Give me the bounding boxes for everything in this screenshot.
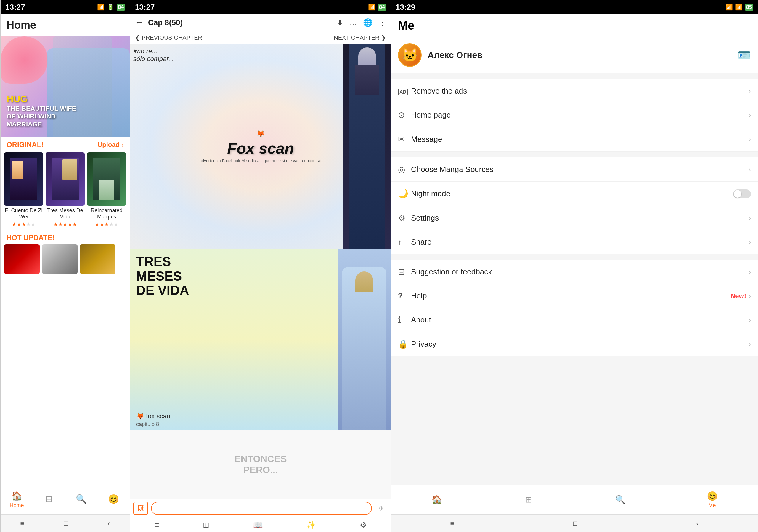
signal-reader-icon: 📶 — [368, 4, 375, 11]
fox-scan-logo: 🦊 Fox scan advertencia Facebook Me odia … — [199, 130, 322, 163]
menu-privacy[interactable]: 🔒 Privacy › — [391, 332, 758, 356]
image-button[interactable]: 🖼 — [133, 502, 148, 515]
night-mode-icon: 🌙 — [398, 189, 411, 199]
manga-thumb-3[interactable] — [87, 152, 126, 206]
upload-area[interactable]: Upload › — [97, 141, 124, 149]
manga-thumb-2[interactable] — [46, 152, 85, 206]
android-back-btn[interactable]: ‹ — [108, 519, 110, 528]
download-icon[interactable]: ⬇ — [337, 18, 343, 27]
divider-1 — [391, 73, 758, 76]
banner-text: HUG THE BEAUTIFUL WIFEOF WHIRLWINDMARRIA… — [7, 93, 76, 128]
android-me-menu-btn[interactable]: ≡ — [450, 519, 455, 528]
menu-about[interactable]: ℹ About › — [391, 308, 758, 332]
wifi-me-icon: 📶 — [735, 4, 742, 11]
me-header: Me — [391, 14, 758, 37]
android-home-btn[interactable]: □ — [64, 519, 68, 528]
me-nav-library[interactable]: ⊞ — [483, 485, 574, 514]
me-nav-home[interactable]: 🏠 — [391, 485, 483, 514]
menu-night-mode[interactable]: 🌙 Night mode — [391, 182, 758, 206]
settings-arrow: › — [748, 214, 751, 222]
more-icon[interactable]: ⋮ — [378, 18, 386, 27]
menu-feedback[interactable]: ⊟ Suggestion or feedback › — [391, 260, 758, 284]
me-nav-search[interactable]: 🔍 — [574, 485, 666, 514]
menu-reader-icon[interactable]: ≡ — [155, 520, 159, 530]
time-me: 13:29 — [396, 3, 415, 12]
upload-label[interactable]: Upload — [97, 141, 120, 149]
profile-left: 🐱 Алекс Огнев — [398, 43, 483, 67]
homepage-icon: ⊙ — [398, 110, 411, 120]
night-mode-label: Night mode — [411, 189, 733, 198]
reader-content[interactable]: ♥no re...sólo compar... 🦊 Fox scan adver… — [130, 45, 391, 499]
manga-stars-1: ★★★★★ — [12, 221, 36, 228]
back-button[interactable]: ← — [135, 18, 143, 27]
menu-help[interactable]: ? Help New! › — [391, 284, 758, 308]
menu-remove-ads[interactable]: AD Remove the ads › — [391, 79, 758, 103]
status-bar-home: 13:27 📶 🔋 84 — [1, 0, 130, 14]
chapter-nav: ❮ PREVIOUS CHAPTER NEXT CHAPTER ❯ — [130, 31, 391, 45]
chapters-icon[interactable]: ⊞ — [203, 520, 209, 530]
reader-action-icons: ⬇ … 🌐 ⋮ — [337, 18, 386, 27]
comment-input[interactable] — [151, 502, 372, 515]
homepage-label: Home page — [411, 111, 748, 119]
home-header: Home — [1, 14, 130, 36]
manga-thumb-1[interactable] — [4, 152, 43, 206]
home-banner[interactable]: HUG THE BEAUTIFUL WIFEOF WHIRLWINDMARRIA… — [1, 36, 130, 137]
android-me-back-btn[interactable]: ‹ — [696, 519, 699, 528]
menu-share[interactable]: ↑ Share › — [391, 230, 758, 254]
tres-meses-text: TRESMESESDE VIDA — [136, 254, 189, 298]
prev-chapter-btn[interactable]: ❮ PREVIOUS CHAPTER — [135, 34, 202, 41]
settings-reader-icon[interactable]: ⚙ — [360, 520, 366, 530]
android-me-home-btn[interactable]: □ — [573, 519, 578, 528]
status-icons-me: 📶 📶 85 — [725, 4, 753, 11]
menu-settings[interactable]: ⚙ Settings › — [391, 206, 758, 230]
status-bar-reader: 13:27 📶 84 — [130, 0, 391, 14]
bookmark-icon[interactable]: 📖 — [253, 520, 263, 530]
manga-card-2[interactable]: Tres Meses De Vida ★★★★★ — [46, 152, 85, 228]
night-mode-toggle[interactable] — [733, 189, 751, 198]
hot-thumb-2[interactable] — [42, 244, 78, 274]
me-nav-me[interactable]: 😊 Me — [666, 485, 758, 514]
tres-meses-title: TRESMESESDE VIDA — [136, 254, 189, 298]
translate-icon[interactable]: 🌐 — [363, 18, 372, 27]
menu-homepage[interactable]: ⊙ Home page › — [391, 103, 758, 127]
about-arrow: › — [748, 316, 751, 324]
home-nav-label: Home — [10, 502, 24, 509]
profile-edit-icon[interactable]: 🪪 — [738, 49, 751, 61]
home-bottom-nav: 🏠 Home ⊞ 🔍 😊 — [1, 484, 130, 514]
feedback-arrow: › — [748, 268, 751, 276]
battery-reader-icon: 84 — [378, 4, 386, 11]
original-label: ORIGINAL! — [7, 141, 44, 149]
nav-me[interactable]: 😊 — [97, 485, 130, 514]
send-button[interactable]: ✈ — [375, 502, 388, 515]
manga-grid: El Cuento De Zi Wei ★★★★★ Tres Meses De … — [1, 152, 130, 231]
android-menu-btn[interactable]: ≡ — [20, 519, 24, 528]
android-nav-home: ≡ □ ‹ — [1, 514, 130, 532]
hot-thumb-1[interactable] — [4, 244, 40, 274]
hot-thumb-3[interactable] — [80, 244, 116, 274]
time-reader: 13:27 — [135, 3, 155, 12]
remove-ads-arrow: › — [748, 87, 751, 95]
avatar[interactable]: 🐱 — [398, 43, 422, 67]
banner-hug: HUG — [7, 93, 76, 105]
nav-home[interactable]: 🏠 Home — [1, 485, 33, 514]
sources-label: Choose Manga Sources — [411, 165, 748, 174]
manga-card-1[interactable]: El Cuento De Zi Wei ★★★★★ — [4, 152, 43, 228]
message-arrow: › — [748, 135, 751, 144]
me-home-icon: 🏠 — [432, 495, 442, 505]
brightness-icon[interactable]: ✨ — [306, 520, 316, 530]
share-icon: ↑ — [398, 238, 411, 246]
home-title: Home — [7, 19, 36, 31]
hot-grid — [1, 244, 130, 274]
menu-message[interactable]: ✉ Message › — [391, 127, 758, 151]
manga-stars-3: ★★★★★ — [95, 221, 119, 228]
next-chapter-btn[interactable]: NEXT CHAPTER ❯ — [334, 34, 386, 41]
sources-icon: ◎ — [398, 165, 411, 174]
menu-manga-sources[interactable]: ◎ Choose Manga Sources › — [391, 157, 758, 182]
avatar-emoji: 🐱 — [402, 48, 418, 63]
me-library-icon: ⊞ — [525, 495, 532, 505]
comment-icon[interactable]: … — [349, 18, 357, 27]
me-me-icon: 😊 — [707, 491, 718, 501]
nav-search[interactable]: 🔍 — [65, 485, 97, 514]
manga-card-3[interactable]: Reincarnated Marquis ★★★★★ — [87, 152, 126, 228]
nav-library[interactable]: ⊞ — [33, 485, 65, 514]
